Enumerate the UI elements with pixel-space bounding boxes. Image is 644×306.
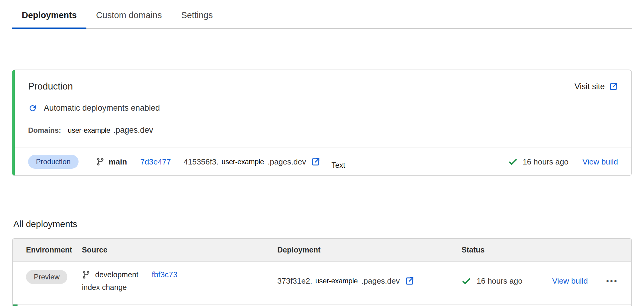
column-header-source: Source xyxy=(82,246,277,254)
tab-deployments[interactable]: Deployments xyxy=(12,10,86,29)
production-commit-link[interactable]: 7d3e477 xyxy=(140,157,171,167)
environment-cell: Preview xyxy=(26,270,82,292)
more-options-icon[interactable]: ••• xyxy=(606,277,618,285)
tab-bar: Deployments Custom domains Settings xyxy=(12,0,632,29)
tab-settings[interactable]: Settings xyxy=(172,10,223,28)
column-header-environment: Environment xyxy=(26,246,82,254)
environment-badge-preview: Preview xyxy=(26,270,67,284)
preview-deployment-id: 373f31e2. xyxy=(277,276,312,286)
auto-deploy-refresh-icon xyxy=(28,104,37,113)
deployment-note-text: Text xyxy=(331,161,345,170)
production-branch-name: main xyxy=(109,157,127,167)
status-cell: 16 hours ago xyxy=(462,270,552,292)
production-card: Production Visit site Automatic deploym xyxy=(12,70,632,176)
external-link-icon[interactable] xyxy=(311,157,320,167)
external-link-icon xyxy=(609,82,618,91)
preview-deploy-time: 16 hours ago xyxy=(477,276,523,286)
column-header-status: Status xyxy=(462,246,552,254)
external-link-icon[interactable] xyxy=(405,276,414,286)
domains-label: Domains: xyxy=(28,126,61,135)
preview-branch-name: development xyxy=(95,270,138,279)
preview-deployment-domain: user-example xyxy=(315,277,358,285)
preview-deployment-suffix: .pages.dev xyxy=(361,276,400,286)
production-domain-suffix: .pages.dev xyxy=(113,125,153,135)
visit-site-label: Visit site xyxy=(575,82,605,91)
source-cell: development fbf3c73 index change xyxy=(82,270,277,292)
actions-cell: View build ••• xyxy=(552,270,618,292)
success-check-icon xyxy=(508,157,518,167)
deployments-table-header: Environment Source Deployment Status xyxy=(13,239,631,262)
production-deployment-id: 415356f3. xyxy=(184,157,219,167)
auto-deployments-text: Automatic deployments enabled xyxy=(44,103,160,113)
tab-custom-domains[interactable]: Custom domains xyxy=(86,10,172,28)
success-check-icon xyxy=(462,276,471,286)
all-deployments-heading: All deployments xyxy=(13,219,644,229)
deployment-cell: 373f31e2. user-example .pages.dev xyxy=(277,270,462,292)
deployment-table-row: Preview development fbf3c73 index change… xyxy=(13,262,631,304)
production-deployment-suffix: .pages.dev xyxy=(268,157,306,167)
production-view-build-link[interactable]: View build xyxy=(582,157,618,167)
preview-commit-link[interactable]: fbf3c73 xyxy=(152,270,177,279)
production-deploy-time: 16 hours ago xyxy=(523,157,568,167)
environment-badge-production: Production xyxy=(28,155,79,169)
next-row-status-stripe xyxy=(13,304,18,306)
commit-message: index change xyxy=(82,283,127,292)
production-deployment-row: Production main 7d3e477 415356f3. user-e… xyxy=(15,148,631,175)
production-domain-name: user-example xyxy=(68,126,110,135)
visit-site-link[interactable]: Visit site xyxy=(575,82,618,91)
git-branch-icon xyxy=(96,158,105,166)
git-branch-icon xyxy=(82,271,90,279)
preview-view-build-link[interactable]: View build xyxy=(552,276,588,286)
deployments-table: Environment Source Deployment Status Pre… xyxy=(12,238,632,306)
column-header-deployment: Deployment xyxy=(277,246,462,254)
production-card-title: Production xyxy=(28,81,73,92)
production-deployment-domain: user-example xyxy=(221,158,264,166)
